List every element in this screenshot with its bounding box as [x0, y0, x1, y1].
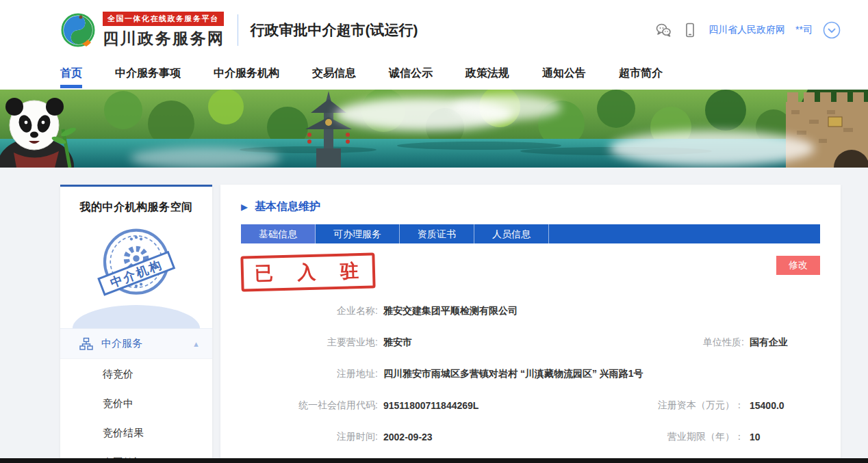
site-name: 四川政务服务网: [103, 28, 225, 49]
sidebar: 我的中介机构服务空间 中介机构 中介服务 ▲: [60, 185, 212, 463]
sidebar-title: 我的中介机构服务空间: [60, 200, 212, 215]
site-logo[interactable]: 全国一体化在线政务服务平台 四川政务服务网: [60, 12, 225, 49]
header-right: 四川省人民政府网 **司: [655, 21, 841, 39]
nav-item-policies[interactable]: 政策法规: [465, 60, 509, 90]
seal-pedestal-arc: [73, 305, 200, 328]
form-row: 主要营业地: 雅安市 单位性质: 国有企业: [241, 327, 820, 358]
field-value: 15400.0: [750, 400, 784, 411]
field-value: 10: [750, 432, 761, 442]
platform-badge: 全国一体化在线政务服务平台: [103, 12, 224, 26]
field-business-place: 主要营业地: 雅安市: [241, 336, 631, 349]
page-title: 行政审批中介超市(试运行): [251, 21, 418, 40]
basic-info-form: 企业名称: 雅安交建集团平顺检测有限公司 主要营业地: 雅安市 单位性质: 国有…: [241, 295, 820, 453]
field-label: 营业期限（年）：: [631, 431, 744, 443]
wechat-icon[interactable]: [655, 22, 672, 38]
mobile-phone-icon[interactable]: [682, 22, 698, 38]
field-label: 单位性质:: [631, 336, 744, 349]
header-divider: [238, 14, 238, 46]
brand-block: 全国一体化在线政务服务平台 四川政务服务网: [103, 12, 225, 49]
info-tabbar: 基础信息 可办理服务 资质证书 人员信息: [241, 224, 820, 243]
form-row: 注册时间: 2002-09-23 营业期限（年）： 10: [241, 421, 820, 453]
field-label: 注册地址:: [241, 368, 378, 380]
nav-item-agencies[interactable]: 中介服务机构: [214, 60, 279, 90]
field-register-date: 注册时间: 2002-09-23: [241, 431, 631, 443]
field-label: 统一社会信用代码:: [241, 399, 378, 412]
nav-item-home[interactable]: 首页: [60, 60, 82, 90]
registered-status-stamp: 已 入 驻: [240, 252, 375, 291]
sidebar-submenu: 待竞价 竞价中 竞价结果 合同签订 服务成果: [60, 358, 212, 463]
field-company-name: 企业名称: 雅安交建集团平顺检测有限公司: [241, 305, 631, 317]
nav-item-notices[interactable]: 通知公告: [542, 60, 586, 90]
section-arrow-icon: ▶: [241, 202, 248, 212]
sichuan-gov-logo-icon: [60, 12, 96, 48]
field-value: 雅安交建集团平顺检测有限公司: [383, 305, 518, 317]
form-row: 注册地址: 四川雅安市雨城区多营镇对岩村 “川滇藏物流园区” 兴雨路1号: [241, 358, 820, 390]
agency-seal-image: 中介机构: [96, 223, 177, 304]
section-title: 基本信息维护: [255, 200, 320, 214]
main-nav: 首页 中介服务事项 中介服务机构 交易信息 诚信公示 政策法规 通知公告 超市简…: [0, 60, 868, 90]
caret-up-icon: ▲: [192, 340, 200, 348]
field-label: 主要营业地:: [241, 336, 378, 349]
sidebar-item-bidding[interactable]: 竞价中: [60, 388, 212, 418]
main-content: ▶ 基本信息维护 基础信息 可办理服务 资质证书 人员信息 已 入 驻 修改 企…: [220, 185, 841, 463]
sidebar-item-pending-bid[interactable]: 待竞价: [60, 359, 212, 388]
field-value: 国有企业: [750, 336, 788, 349]
chevron-down-icon[interactable]: [823, 21, 841, 39]
field-value: 91511800711844269L: [383, 400, 478, 411]
field-registered-address: 注册地址: 四川雅安市雨城区多营镇对岩村 “川滇藏物流园区” 兴雨路1号: [241, 368, 820, 380]
hero-banner-image: [0, 90, 868, 168]
edit-button[interactable]: 修改: [776, 256, 820, 275]
nav-item-service-matters[interactable]: 中介服务事项: [115, 60, 181, 90]
tab-basic-info[interactable]: 基础信息: [241, 224, 316, 243]
field-label: 注册资本（万元）：: [631, 399, 744, 412]
sitemap-icon: [79, 337, 93, 351]
field-label: 企业名称:: [241, 305, 378, 317]
username[interactable]: **司: [795, 24, 813, 36]
bottom-dark-strip: [0, 458, 868, 463]
top-header: 全国一体化在线政务服务平台 四川政务服务网 行政审批中介超市(试运行) 四川省人…: [0, 0, 868, 60]
field-registered-capital: 注册资本（万元）： 15400.0: [631, 399, 820, 412]
form-row: 企业名称: 雅安交建集团平顺检测有限公司: [241, 295, 820, 327]
field-business-term: 营业期限（年）： 10: [631, 431, 820, 443]
nav-item-about[interactable]: 超市简介: [619, 60, 663, 90]
tab-personnel-info[interactable]: 人员信息: [474, 224, 549, 243]
sidebar-menu-label: 中介服务: [101, 337, 142, 350]
sidebar-item-bid-results[interactable]: 竞价结果: [60, 418, 212, 447]
nav-item-integrity[interactable]: 诚信公示: [389, 60, 433, 90]
field-value: 四川雅安市雨城区多营镇对岩村 “川滇藏物流园区” 兴雨路1号: [383, 368, 643, 380]
field-value: 2002-09-23: [383, 432, 433, 442]
nav-item-transactions[interactable]: 交易信息: [312, 60, 356, 90]
field-unit-nature: 单位性质: 国有企业: [631, 336, 820, 349]
gov-website-link[interactable]: 四川省人民政府网: [709, 24, 785, 36]
field-value: 雅安市: [383, 336, 412, 349]
field-label: 注册时间:: [241, 431, 378, 443]
tab-qualification-certs[interactable]: 资质证书: [400, 224, 474, 243]
form-row: 统一社会信用代码: 91511800711844269L 注册资本（万元）： 1…: [241, 390, 820, 421]
sidebar-menu-intermediary-service[interactable]: 中介服务 ▲: [60, 328, 212, 358]
field-credit-code: 统一社会信用代码: 91511800711844269L: [241, 399, 631, 412]
status-row: 已 入 驻 修改: [241, 254, 820, 290]
page-body: 我的中介机构服务空间 中介机构 中介服务 ▲: [0, 168, 868, 463]
tab-available-services[interactable]: 可办理服务: [316, 224, 400, 243]
section-header: ▶ 基本信息维护: [241, 200, 820, 214]
